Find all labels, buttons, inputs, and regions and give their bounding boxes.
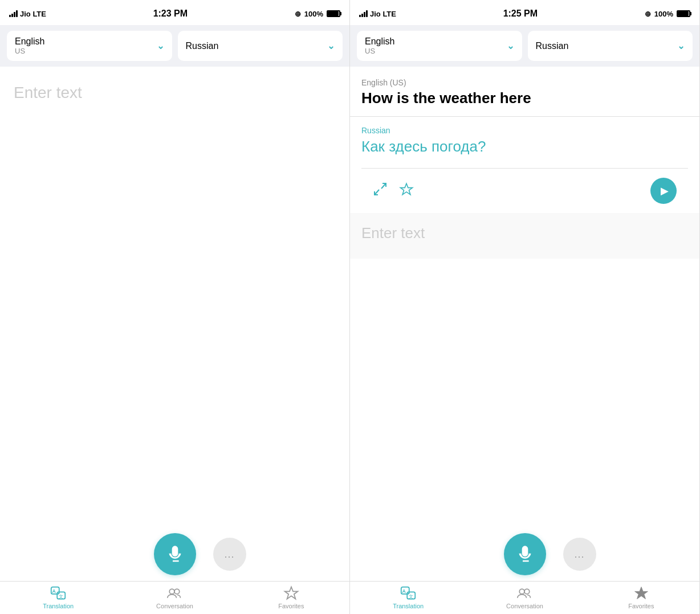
right-play-button[interactable]: ▶: [650, 178, 677, 204]
right-expand-icon[interactable]: [373, 182, 388, 199]
left-mic-icon: [166, 545, 184, 563]
right-status-bar: Jio LTE 1:25 PM ⊕ 100%: [350, 0, 699, 25]
right-signal-icon: [359, 10, 368, 17]
left-tab-conversation-label: Conversation: [156, 603, 193, 609]
left-favorites-icon: [283, 585, 299, 601]
left-translate-icon: A 文: [50, 585, 66, 601]
right-lang-bar: English US ⌄ Russian ⌄: [350, 25, 699, 67]
left-source-chevron-icon: ⌄: [157, 40, 164, 51]
svg-line-8: [381, 183, 386, 189]
battery-icon: [327, 10, 340, 17]
right-source-lang-button[interactable]: English US ⌄: [357, 31, 522, 61]
left-status-left: Jio LTE: [9, 10, 46, 18]
svg-text:A: A: [402, 588, 406, 594]
left-target-lang-button[interactable]: Russian ⌄: [178, 31, 343, 61]
location-icon: ⊕: [295, 10, 301, 18]
svg-point-4: [170, 589, 175, 594]
left-more-button[interactable]: ...: [213, 538, 246, 571]
svg-point-5: [174, 589, 180, 594]
right-more-button[interactable]: ...: [563, 538, 596, 571]
right-battery-icon: [677, 10, 690, 17]
right-source-lang-sub: US: [365, 47, 375, 55]
right-target-chevron-icon: ⌄: [677, 40, 685, 51]
left-tab-favorites[interactable]: Favorites: [233, 585, 349, 609]
right-mic-button[interactable]: [504, 533, 546, 575]
left-main-content[interactable]: Enter text: [0, 67, 349, 522]
right-original-lang-label: English (US): [361, 78, 688, 87]
right-favorites-icon: [633, 585, 649, 601]
right-source-chevron-icon: ⌄: [507, 40, 514, 51]
right-time: 1:25 PM: [503, 9, 538, 19]
right-translate-icon: A 文: [400, 585, 416, 601]
left-source-lang-name: English US: [15, 36, 44, 55]
right-tab-favorites-label: Favorites: [628, 603, 654, 609]
left-more-icon: ...: [224, 548, 234, 560]
left-source-lang-button[interactable]: English US ⌄: [7, 31, 172, 61]
right-target-lang-name: Russian: [536, 41, 569, 51]
right-more-icon: ...: [574, 548, 584, 560]
network-label: Jio LTE: [20, 10, 46, 18]
right-status-left: Jio LTE: [359, 10, 396, 18]
right-tab-translation[interactable]: A 文 Translation: [350, 585, 466, 609]
left-tab-translation-label: Translation: [43, 603, 74, 609]
left-source-lang-main: English: [15, 36, 44, 47]
left-mic-button[interactable]: [154, 533, 196, 575]
right-target-lang-main: Russian: [536, 41, 569, 51]
svg-point-15: [524, 589, 530, 594]
left-mic-area: ...: [0, 522, 349, 581]
left-status-right: ⊕ 100%: [295, 10, 340, 18]
right-main-content: English (US) How is the weather here Rus…: [350, 67, 699, 522]
right-tab-conversation[interactable]: Conversation: [466, 585, 583, 609]
svg-point-14: [520, 589, 525, 594]
right-source-lang-name: English US: [365, 36, 394, 55]
right-status-right: ⊕ 100%: [645, 10, 690, 18]
right-tab-translation-label: Translation: [393, 603, 424, 609]
left-time: 1:23 PM: [153, 9, 188, 19]
right-target-lang-button[interactable]: Russian ⌄: [528, 31, 693, 61]
left-conversation-icon: [166, 585, 182, 601]
left-lang-bar: English US ⌄ Russian ⌄: [0, 25, 349, 67]
right-translation-result: English (US) How is the weather here Rus…: [350, 67, 699, 213]
left-tab-bar: A 文 Translation Conversation: [0, 581, 349, 614]
right-action-bar: ▶: [361, 168, 688, 213]
right-tab-conversation-label: Conversation: [506, 603, 543, 609]
left-target-lang-main: Russian: [186, 41, 219, 51]
svg-marker-6: [284, 587, 298, 599]
right-enter-text-placeholder[interactable]: Enter text: [350, 213, 699, 259]
right-conversation-icon: [516, 585, 532, 601]
svg-marker-16: [634, 587, 648, 599]
left-target-chevron-icon: ⌄: [327, 40, 335, 51]
left-target-lang-name: Russian: [186, 41, 219, 51]
right-location-icon: ⊕: [645, 10, 651, 18]
battery-label: 100%: [304, 10, 323, 18]
signal-icon: [9, 10, 18, 17]
left-phone: Jio LTE 1:23 PM ⊕ 100% English US ⌄: [0, 0, 350, 614]
right-mic-area: ...: [350, 522, 699, 581]
right-star-icon[interactable]: [399, 182, 414, 200]
right-battery-label: 100%: [654, 10, 673, 18]
right-play-icon: ▶: [661, 185, 669, 197]
right-translated-lang-label: Russian: [361, 126, 688, 135]
right-mic-icon: [516, 545, 534, 563]
right-tab-bar: A 文 Translation Conversation: [350, 581, 699, 614]
svg-line-7: [375, 190, 379, 195]
right-tab-favorites[interactable]: Favorites: [583, 585, 699, 609]
left-tab-translation[interactable]: A 文 Translation: [0, 585, 116, 609]
left-status-bar: Jio LTE 1:23 PM ⊕ 100%: [0, 0, 349, 25]
svg-marker-9: [400, 183, 412, 195]
right-original-text: How is the weather here: [361, 89, 688, 107]
left-source-lang-sub: US: [15, 47, 25, 55]
right-translated-text: Как здесь погода?: [361, 137, 688, 157]
left-enter-text-placeholder[interactable]: Enter text: [0, 67, 349, 119]
left-tab-conversation[interactable]: Conversation: [116, 585, 233, 609]
right-phone: Jio LTE 1:25 PM ⊕ 100% English US ⌄: [350, 0, 700, 614]
svg-text:文: 文: [409, 594, 413, 599]
right-network-label: Jio LTE: [370, 10, 396, 18]
right-translated-section: Russian Как здесь погода?: [361, 117, 688, 157]
right-source-lang-main: English: [365, 36, 394, 47]
svg-text:文: 文: [59, 594, 63, 599]
svg-text:A: A: [52, 588, 56, 594]
left-tab-favorites-label: Favorites: [278, 603, 304, 609]
